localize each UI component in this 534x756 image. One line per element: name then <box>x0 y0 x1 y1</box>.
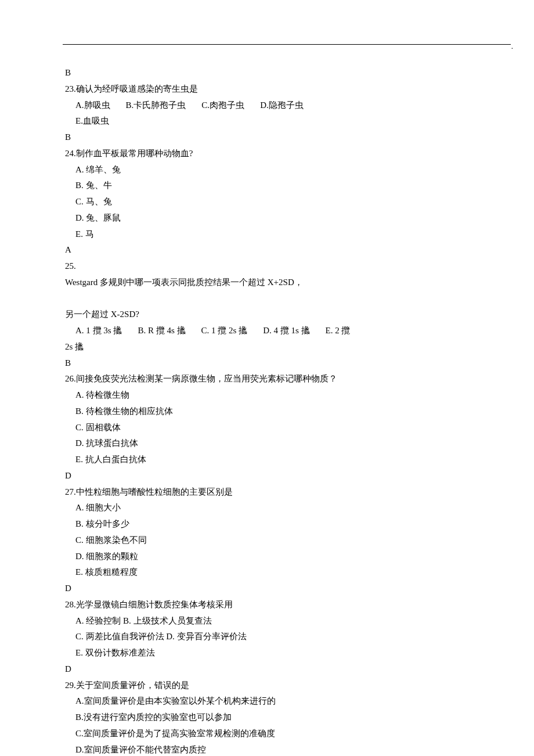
text-line: E.血吸虫 <box>65 113 474 129</box>
text-line: D. 细胞浆的颗粒 <box>65 549 474 565</box>
text-line: 26.间接免疫荧光法检测某一病原微生物，应当用荧光素标记哪种物质？ <box>65 371 474 387</box>
text-line: A. 待检微生物 <box>65 387 474 404</box>
header-rule <box>63 44 511 45</box>
text-line: D. 兔、豚鼠 <box>65 210 474 226</box>
answer-option: D. 4 攬 1s 攭 <box>263 326 309 335</box>
text-line: E. 马 <box>65 226 474 243</box>
text-line: B <box>65 355 474 372</box>
text-line: C. 固相载体 <box>65 420 474 436</box>
text-line: B <box>65 129 474 146</box>
text-line: E. 核质粗糙程度 <box>65 564 474 581</box>
header-right-dot: . <box>511 39 513 53</box>
answer-option: C.肉孢子虫 <box>201 100 244 110</box>
text-line: A. 经验控制 B. 上级技术人员复查法 <box>65 613 474 629</box>
text-line: 25. <box>65 258 474 275</box>
text-line: A. 1 攬 3s 攭B. R 攬 4s 攭C. 1 攬 2s 攭D. 4 攬 … <box>65 323 474 339</box>
text-line: B <box>65 65 474 81</box>
text-line: A. 绵羊、兔 <box>65 162 474 178</box>
text-line: A. 细胞大小 <box>65 500 474 516</box>
text-line: B. 待检微生物的相应抗体 <box>65 404 474 420</box>
text-line: C. 马、兔 <box>65 194 474 210</box>
text-line: A.肺吸虫B.卡氏肺孢子虫C.肉孢子虫D.隐孢子虫 <box>65 98 474 114</box>
text-line: D <box>65 468 474 484</box>
answer-option: B. R 攬 4s 攭 <box>138 326 185 335</box>
text-line: 28.光学显微镜白细胞计数质控集体考核采用 <box>65 597 474 613</box>
text-line: D <box>65 661 474 678</box>
text-line: A <box>65 242 474 258</box>
text-line: D. 抗球蛋白抗体 <box>65 435 474 452</box>
answer-option: E. 2 攬 <box>326 326 351 335</box>
text-line: Westgard 多规则中哪一项表示同批质控结果一个超过 X+2SD， <box>65 275 474 291</box>
text-line: C.室间质量评价是为了提高实验室常规检测的准确度 <box>65 726 474 742</box>
text-line: 23.确认为经呼吸道感染的寄生虫是 <box>65 81 474 98</box>
document-body: B23.确认为经呼吸道感染的寄生虫是A.肺吸虫B.卡氏肺孢子虫C.肉孢子虫D.隐… <box>65 65 474 756</box>
text-line: 另一个超过 X-2SD? <box>65 307 474 323</box>
answer-option: C. 1 攬 2s 攭 <box>201 326 248 335</box>
text-line: D.室间质量评价不能代替室内质控 <box>65 742 474 757</box>
text-line: 2s 攭 <box>65 339 474 355</box>
text-line <box>65 291 474 307</box>
text-line: 24.制作血平板最常用哪种动物血? <box>65 146 474 162</box>
text-line: B. 核分叶多少 <box>65 516 474 532</box>
document-page: . B23.确认为经呼吸道感染的寄生虫是A.肺吸虫B.卡氏肺孢子虫C.肉孢子虫D… <box>0 0 534 756</box>
text-line: A.室间质量评价是由本实验室以外某个机构来进行的 <box>65 693 474 710</box>
text-line: B. 兔、牛 <box>65 178 474 194</box>
text-line: C. 细胞浆染色不同 <box>65 532 474 549</box>
answer-option: D.隐孢子虫 <box>260 100 304 110</box>
answer-option: B.卡氏肺孢子虫 <box>126 100 186 110</box>
answer-option: A.肺吸虫 <box>75 100 110 110</box>
text-line: B.没有进行室内质控的实验室也可以参加 <box>65 710 474 726</box>
text-line: E. 双份计数标准差法 <box>65 645 474 661</box>
text-line: 29.关于室间质量评价，错误的是 <box>65 678 474 694</box>
text-line: C. 两差比值自我评价法 D. 变异百分率评价法 <box>65 629 474 645</box>
text-line: E. 抗人白蛋白抗体 <box>65 452 474 468</box>
text-line: D <box>65 581 474 597</box>
text-line: 27.中性粒细胞与嗜酸性粒细胞的主要区别是 <box>65 484 474 501</box>
answer-option: A. 1 攬 3s 攭 <box>75 326 122 335</box>
